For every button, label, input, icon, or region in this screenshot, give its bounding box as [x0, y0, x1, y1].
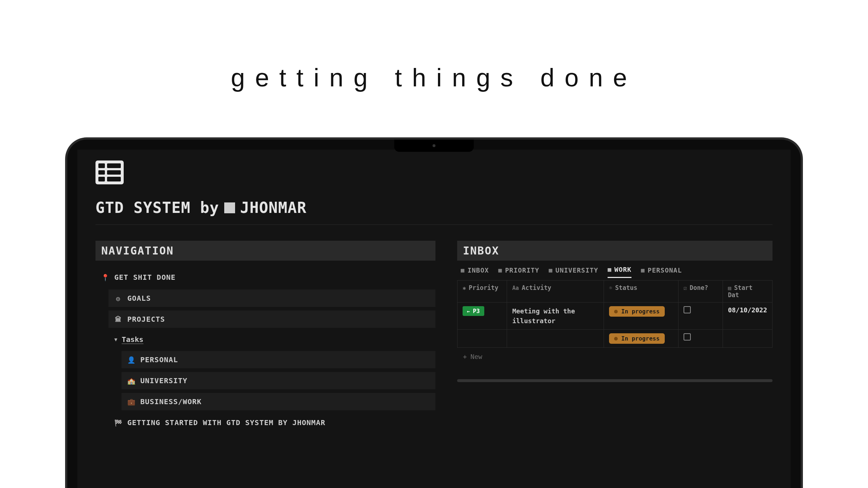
- status-value: In progress: [621, 308, 660, 315]
- table-header-row: ✱Priority AaActivity ☼Status ☑Done? ▤Sta…: [458, 281, 773, 303]
- col-label: Done?: [690, 284, 708, 291]
- table-row[interactable]: ← P3 Meeting with the illustrator In pro…: [458, 303, 773, 330]
- building-icon: 🏛: [114, 316, 122, 323]
- page-title-prefix: GTD SYSTEM by: [95, 199, 219, 217]
- nav-item-label: PROJECTS: [127, 315, 165, 324]
- text-icon: Aa: [512, 285, 519, 291]
- arrow-left-icon: ←: [467, 308, 470, 314]
- col-label: Priority: [469, 284, 498, 291]
- table-icon: ▦: [498, 267, 502, 274]
- school-icon: 🏫: [127, 377, 135, 385]
- page-title-author: JHONMAR: [240, 199, 307, 217]
- col-status[interactable]: ☼Status: [604, 281, 678, 303]
- laptop-frame: GTD SYSTEM by JHONMAR NAVIGATION 📍 GET S…: [65, 137, 803, 488]
- person-icon: 👤: [127, 356, 135, 364]
- table-icon: ▦: [549, 267, 553, 274]
- nav-item-getting-started[interactable]: 🏁 GETTING STARTED WITH GTD SYSTEM BY JHO…: [109, 414, 435, 431]
- nav-item-get-shit-done[interactable]: 📍 GET SHIT DONE: [95, 269, 435, 286]
- nav-group-tasks[interactable]: ▼ Tasks: [109, 331, 435, 347]
- nav-item-label: PERSONAL: [140, 355, 178, 364]
- status-value: In progress: [621, 335, 660, 342]
- table-icon: ▦: [608, 266, 612, 273]
- laptop-notch: [394, 140, 474, 152]
- nav-group-label: Tasks: [122, 335, 143, 344]
- tab-label: INBOX: [468, 266, 489, 274]
- nav-item-label: GET SHIT DONE: [114, 273, 176, 282]
- inbox-tabs: ▦ INBOX ▦ PRIORITY ▦ UNIVERSITY ▦ WORK: [457, 261, 773, 278]
- priority-badge[interactable]: ← P3: [463, 306, 484, 316]
- checkbox-icon: ☑: [684, 285, 687, 291]
- done-checkbox[interactable]: [684, 333, 691, 341]
- navigation-panel: NAVIGATION 📍 GET SHIT DONE ◎ GOALS 🏛 PRO…: [95, 241, 435, 431]
- col-start-date[interactable]: ▤Start Dat: [723, 281, 772, 303]
- nav-item-label: UNIVERSITY: [140, 376, 187, 385]
- briefcase-icon: 💼: [127, 398, 135, 406]
- horizontal-scrollbar[interactable]: [457, 379, 773, 382]
- hero-title: getting things done: [0, 63, 868, 92]
- inbox-heading: INBOX: [457, 241, 773, 261]
- status-badge[interactable]: In progress: [609, 333, 665, 344]
- col-label: Activity: [522, 284, 551, 291]
- gear-icon: ✱: [463, 285, 466, 291]
- tab-label: WORK: [614, 266, 631, 273]
- tab-label: PERSONAL: [648, 266, 682, 274]
- nav-item-label: GETTING STARTED WITH GTD SYSTEM BY JHONM…: [127, 418, 326, 427]
- dot-icon: [614, 337, 618, 341]
- nav-item-label: GOALS: [127, 294, 151, 303]
- inbox-panel: INBOX ▦ INBOX ▦ PRIORITY ▦ UNIVERSITY: [457, 241, 773, 382]
- nav-item-label: BUSINESS/WORK: [140, 397, 202, 406]
- tab-university[interactable]: ▦ UNIVERSITY: [549, 266, 598, 278]
- triangle-down-icon: ▼: [114, 337, 117, 342]
- app-screen: GTD SYSTEM by JHONMAR NAVIGATION 📍 GET S…: [77, 150, 791, 488]
- stop-icon: [224, 202, 235, 213]
- sun-icon: ☼: [609, 285, 612, 291]
- pin-icon: 📍: [101, 274, 109, 281]
- dot-icon: [614, 310, 618, 313]
- table-icon: ▦: [641, 267, 645, 274]
- col-label: Start Dat: [728, 284, 753, 299]
- page-icon: [95, 160, 124, 184]
- col-priority[interactable]: ✱Priority: [458, 281, 507, 303]
- divider: [95, 224, 773, 225]
- nav-item-business-work[interactable]: 💼 BUSINESS/WORK: [122, 393, 435, 410]
- plus-icon: +: [463, 353, 467, 360]
- target-icon: ◎: [114, 295, 122, 302]
- tab-personal[interactable]: ▦ PERSONAL: [641, 266, 682, 278]
- col-activity[interactable]: AaActivity: [507, 281, 604, 303]
- done-checkbox[interactable]: [684, 306, 691, 313]
- nav-item-goals[interactable]: ◎ GOALS: [109, 290, 435, 307]
- nav-item-personal[interactable]: 👤 PERSONAL: [122, 351, 435, 368]
- flag-icon: 🏁: [114, 419, 122, 427]
- nav-item-projects[interactable]: 🏛 PROJECTS: [109, 311, 435, 328]
- nav-item-university[interactable]: 🏫 UNIVERSITY: [122, 372, 435, 389]
- table-row[interactable]: In progress: [458, 330, 773, 348]
- tab-inbox[interactable]: ▦ INBOX: [461, 266, 489, 278]
- new-row-label: New: [471, 353, 482, 360]
- activity-cell[interactable]: Meeting with the illustrator: [507, 303, 604, 330]
- priority-value: P3: [473, 308, 480, 314]
- table-icon: ▦: [461, 267, 465, 274]
- calendar-icon: ▤: [728, 285, 731, 291]
- page-title: GTD SYSTEM by JHONMAR: [95, 199, 773, 217]
- start-date-cell[interactable]: 08/10/2022: [723, 303, 772, 330]
- status-badge[interactable]: In progress: [609, 306, 665, 317]
- tab-priority[interactable]: ▦ PRIORITY: [498, 266, 539, 278]
- col-done[interactable]: ☑Done?: [678, 281, 723, 303]
- col-label: Status: [615, 284, 637, 291]
- tab-label: UNIVERSITY: [556, 266, 598, 274]
- tab-work[interactable]: ▦ WORK: [608, 266, 631, 278]
- navigation-heading: NAVIGATION: [95, 241, 435, 261]
- tab-label: PRIORITY: [505, 266, 539, 274]
- inbox-table: ✱Priority AaActivity ☼Status ☑Done? ▤Sta…: [457, 280, 773, 348]
- new-row-button[interactable]: + New: [457, 348, 773, 365]
